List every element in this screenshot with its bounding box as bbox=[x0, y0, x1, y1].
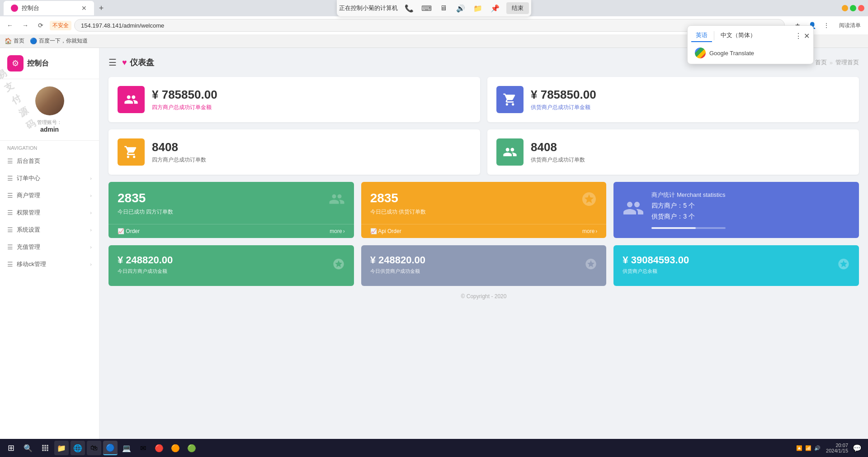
amount-card-supplier: ¥ 248820.00 今日供货商户成功金额 bbox=[361, 245, 607, 286]
order-card-label: 今日已成功 四方订单数 bbox=[118, 208, 345, 216]
end-session-button[interactable]: 结束 bbox=[506, 2, 529, 14]
page-title: ♥ 仪表盘 bbox=[122, 57, 154, 68]
stat-label-fang-amount: 四方商户总成功订单金额 bbox=[152, 104, 471, 111]
taskbar-notification-button[interactable]: 💬 bbox=[850, 441, 864, 455]
breadcrumb-home[interactable]: 首页 bbox=[815, 58, 827, 67]
security-warning: 不安全 bbox=[50, 21, 71, 30]
forward-button[interactable]: → bbox=[19, 19, 32, 32]
screen-icon[interactable]: 🖥 bbox=[438, 2, 449, 14]
active-tab[interactable]: 控制台 ✕ bbox=[4, 1, 94, 15]
sidebar-item-mobile-ck-label: 移动ck管理 bbox=[17, 260, 46, 268]
taskbar: ⊞ 🔍 📁 🌐 🛍 🔵 💻 ✉ 🔴 🟠 🟢 🔼 📶 🔊 20:07 2024/1… bbox=[0, 439, 868, 457]
bookmark-home-label: 首页 bbox=[14, 37, 24, 45]
merchant-stats-title: 商户统计 Merchant statistics bbox=[651, 191, 725, 199]
sidebar-item-merchants[interactable]: ☰ 商户管理 › bbox=[0, 187, 99, 204]
taskbar-terminal[interactable]: 💻 bbox=[119, 441, 134, 455]
tab-close-button[interactable]: ✕ bbox=[81, 5, 87, 12]
sidebar-item-settings[interactable]: ☰ 系统设置 › bbox=[0, 221, 99, 238]
merchant-stat-fang: 四方商户：5 个 bbox=[651, 202, 725, 210]
stats-grid: ¥ 785850.00 四方商户总成功订单金额 ¥ 785850.00 供货商户… bbox=[108, 77, 859, 175]
stat-info-supplier-amount: ¥ 785850.00 供货商户总成功订单金额 bbox=[531, 88, 850, 111]
pin-icon[interactable]: 📌 bbox=[489, 2, 501, 14]
minimize-button[interactable] bbox=[842, 5, 848, 11]
volume-icon[interactable]: 🔊 bbox=[455, 2, 467, 14]
read-mode-text[interactable]: 阅读清单 bbox=[835, 22, 864, 29]
taskbar-search-button[interactable]: 🔍 bbox=[20, 441, 36, 455]
start-button[interactable]: ⊞ bbox=[4, 441, 18, 455]
bookmark-baidu-icon: 🔵 bbox=[30, 38, 37, 44]
sidebar-item-home[interactable]: ☰ 后台首页 bbox=[0, 152, 99, 170]
refresh-button[interactable]: ⟳ bbox=[34, 19, 47, 32]
maximize-button[interactable] bbox=[850, 5, 856, 11]
sidebar-item-home-label: 后台首页 bbox=[17, 157, 40, 165]
taskbar-file-explorer[interactable]: 📁 bbox=[54, 441, 69, 455]
hamburger-icon[interactable]: ☰ bbox=[108, 57, 117, 68]
address-input[interactable] bbox=[74, 19, 785, 32]
system-tray-icon-1: 🔼 bbox=[796, 445, 802, 451]
bookmark-baidu-label: 百度一下，你就知道 bbox=[39, 37, 88, 45]
settings-nav-icon: ☰ bbox=[7, 226, 13, 233]
logo-icon: ⚙ bbox=[7, 55, 24, 71]
recharge-arrow-icon: › bbox=[90, 244, 92, 250]
network-icon: 📶 bbox=[805, 445, 811, 451]
close-window-button[interactable] bbox=[858, 5, 864, 11]
bookmark-home-icon: 🏠 bbox=[5, 38, 12, 44]
taskbar-clock[interactable]: 20:07 2024/1/15 bbox=[826, 443, 848, 453]
back-button[interactable]: ← bbox=[4, 19, 16, 32]
sidebar-item-recharge[interactable]: ☰ 充值管理 › bbox=[0, 238, 99, 256]
taskbar-app-orange[interactable]: 🟠 bbox=[168, 441, 183, 455]
tab-favicon bbox=[11, 5, 18, 12]
keyboard-icon[interactable]: ⌨ bbox=[420, 2, 432, 14]
stat-info-supplier-orders: 8408 供货商户总成功订单数 bbox=[531, 140, 850, 164]
page-title-text: 仪表盘 bbox=[130, 57, 154, 68]
folder-icon[interactable]: 📁 bbox=[472, 2, 484, 14]
stat-label-fang-orders: 四方商户总成功订单数 bbox=[152, 156, 471, 164]
sidebar-item-orders[interactable]: ☰ 订单中心 › bbox=[0, 170, 99, 187]
taskbar-app-red[interactable]: 🔴 bbox=[152, 441, 166, 455]
order-footer-label: 📈 Order bbox=[118, 228, 140, 234]
recharge-nav-icon: ☰ bbox=[7, 243, 13, 251]
more-options-icon[interactable]: ⋮ bbox=[820, 19, 833, 32]
taskbar-chrome[interactable]: 🔵 bbox=[103, 441, 118, 455]
bottom-card-merchant-stats: 商户统计 Merchant statistics 四方商户：5 个 供货商户：3… bbox=[613, 182, 859, 238]
lang-zh-button[interactable]: 中文（简体） bbox=[716, 29, 760, 42]
bookmark-baidu[interactable]: 🔵 百度一下，你就知道 bbox=[30, 37, 88, 45]
lang-en-button[interactable]: 英语 bbox=[691, 29, 712, 42]
taskbar-task-view[interactable] bbox=[38, 441, 52, 455]
amount-card-total-icon bbox=[837, 258, 850, 274]
bottom-card-order: 2835 今日已成功 四方订单数 📈 Order more › bbox=[108, 182, 354, 238]
api-order-more-link[interactable]: more › bbox=[582, 228, 597, 234]
taskbar-mail[interactable]: ✉ bbox=[136, 441, 150, 455]
amount-card-total: ¥ 39084593.00 供货商户总余额 bbox=[613, 245, 859, 286]
translate-provider-text: Google Translate bbox=[709, 50, 754, 57]
bookmark-home[interactable]: 🏠 首页 bbox=[5, 37, 24, 45]
order-more-link[interactable]: more › bbox=[330, 228, 344, 234]
sidebar-item-merchants-label: 商户管理 bbox=[17, 191, 40, 200]
stat-value-fang-amount: ¥ 785850.00 bbox=[152, 88, 471, 102]
merchant-progress-bg bbox=[651, 227, 725, 229]
api-order-card-label: 今日已成功 供货订单数 bbox=[370, 208, 598, 216]
translate-menu-icon[interactable]: ⋮ bbox=[795, 32, 802, 40]
new-tab-button[interactable]: + bbox=[94, 1, 108, 15]
taskbar-edge[interactable]: 🌐 bbox=[71, 441, 85, 455]
sidebar-item-permissions[interactable]: ☰ 权限管理 › bbox=[0, 204, 99, 221]
nav-section-label: Navigation bbox=[0, 141, 99, 152]
translate-close-button[interactable]: ✕ bbox=[804, 32, 810, 40]
avatar bbox=[35, 86, 64, 115]
stat-value-fang-orders: 8408 bbox=[152, 140, 471, 154]
tab-title: 控制台 bbox=[22, 4, 39, 12]
amount-card-supplier-value: ¥ 248820.00 bbox=[370, 254, 598, 266]
amount-card-total-label: 供货商户总余额 bbox=[623, 268, 850, 275]
taskbar-app-extra[interactable]: 🟢 bbox=[184, 441, 199, 455]
stat-value-supplier-orders: 8408 bbox=[531, 140, 850, 154]
stat-icon-supplier-orders bbox=[496, 138, 524, 166]
taskbar-date-text: 2024/1/15 bbox=[826, 448, 848, 453]
merchant-stat-supplier: 供货商户：3 个 bbox=[651, 213, 725, 221]
taskbar-time-text: 20:07 bbox=[826, 443, 848, 448]
stat-card-fang-orders: 8408 四方商户总成功订单数 bbox=[108, 129, 480, 175]
taskbar-store[interactable]: 🛍 bbox=[87, 441, 101, 455]
sidebar-item-mobile-ck[interactable]: ☰ 移动ck管理 › bbox=[0, 256, 99, 273]
phone-icon[interactable]: 📞 bbox=[403, 2, 415, 14]
google-translate-icon bbox=[695, 48, 706, 58]
sidebar-item-recharge-label: 充值管理 bbox=[17, 243, 40, 251]
